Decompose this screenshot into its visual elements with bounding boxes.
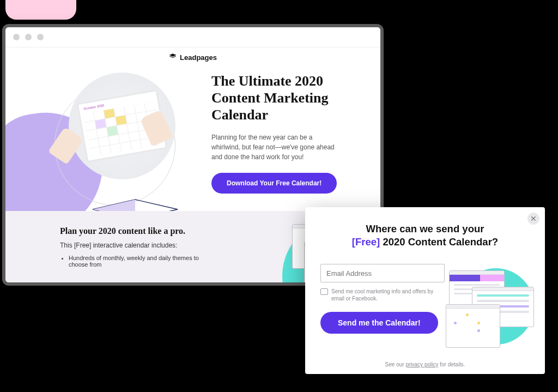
screenshot-thumb: [446, 304, 500, 348]
tablet-month-label: October 2020: [83, 104, 104, 111]
email-input[interactable]: [320, 264, 445, 282]
send-calendar-button[interactable]: Send me the Calendar!: [320, 312, 438, 334]
popup-title-line1: Where can we send your: [366, 223, 484, 234]
privacy-post: for details.: [438, 361, 465, 367]
leadpages-stack-icon: [169, 53, 177, 62]
window-titlebar: [5, 27, 380, 47]
privacy-pre: See our: [385, 361, 406, 367]
popup-title-line2: 2020 Content Calendar?: [383, 236, 498, 248]
brand-name: Leadpages: [180, 53, 217, 62]
hero-subtitle: Planning for the new year can be a whirl…: [211, 132, 342, 162]
email-capture-popup: ✕ Where can we send your [Free] 2020 Con…: [305, 207, 545, 374]
privacy-policy-link[interactable]: privacy policy: [405, 361, 438, 367]
hero-title: The Ultimate 2020 Content Marketing Cale…: [211, 73, 359, 124]
optin-row: Send me cool marketing info and offers b…: [320, 288, 440, 302]
window-dot: [37, 34, 44, 40]
popup-title-accent: [Free]: [352, 236, 380, 248]
decorative-diamond: [92, 199, 179, 211]
decorative-pink-tab: [5, 0, 76, 20]
close-icon: ✕: [530, 214, 537, 223]
window-dot: [13, 34, 20, 40]
close-button[interactable]: ✕: [527, 213, 539, 225]
brand-logo: Leadpages: [169, 53, 217, 62]
hero-copy: The Ultimate 2020 Content Marketing Cale…: [211, 73, 359, 194]
optin-checkbox[interactable]: [320, 288, 328, 295]
popup-title: Where can we send your [Free] 2020 Conte…: [338, 222, 512, 249]
window-dot: [25, 34, 32, 40]
download-calendar-button[interactable]: Download Your Free Calendar!: [211, 173, 337, 194]
popup-illustration: [445, 268, 532, 350]
svg-marker-1: [93, 200, 135, 211]
optin-label: Send me cool marketing info and offers b…: [331, 288, 440, 302]
features-list-item: Hundreds of monthly, weekly and daily th…: [69, 255, 210, 268]
privacy-note: See our privacy policy for details.: [305, 361, 545, 367]
features-list: Hundreds of monthly, weekly and daily th…: [60, 255, 210, 268]
hero-section: Leadpages October 2020 The Ultimate 20: [5, 47, 380, 211]
